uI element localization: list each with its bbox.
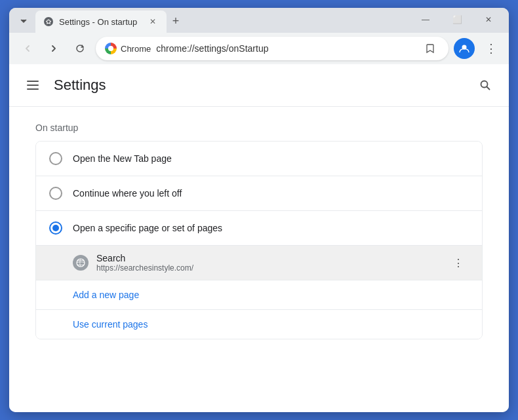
hamburger-menu-button[interactable] bbox=[22, 75, 43, 96]
content-area: Settings On startup Open the New Tab pag… bbox=[9, 64, 509, 412]
tab-list: Settings - On startup ✕ + — ⬜ ✕ bbox=[14, 10, 504, 33]
hamburger-line-1 bbox=[27, 81, 39, 82]
svg-point-5 bbox=[77, 259, 85, 267]
page-url: https://searchesinstyle.com/ bbox=[96, 263, 440, 273]
startup-options-card: Open the New Tab page Continue where you… bbox=[35, 141, 483, 339]
settings-header: Settings bbox=[9, 64, 509, 107]
hamburger-line-2 bbox=[27, 85, 39, 86]
tab-favicon bbox=[43, 16, 54, 27]
maximize-button[interactable]: ⬜ bbox=[442, 10, 472, 29]
brand-label: Chrome bbox=[121, 44, 151, 54]
chrome-brand: Chrome bbox=[105, 43, 151, 54]
address-bar[interactable]: Chrome chrome://settings/onStartup bbox=[96, 37, 448, 60]
minimize-button[interactable]: — bbox=[410, 10, 441, 29]
tab-title: Settings - On startup bbox=[59, 17, 142, 27]
close-button[interactable]: ✕ bbox=[473, 10, 504, 29]
active-tab[interactable]: Settings - On startup ✕ bbox=[35, 10, 167, 33]
specific-page-section: Search https://searchesinstyle.com/ ⋮ Ad… bbox=[36, 245, 482, 339]
settings-search-button[interactable] bbox=[475, 75, 496, 96]
section-label: On startup bbox=[35, 123, 483, 133]
svg-point-2 bbox=[47, 20, 50, 23]
use-current-pages-button[interactable]: Use current pages bbox=[36, 309, 482, 339]
reload-button[interactable] bbox=[70, 38, 90, 59]
url-display: chrome://settings/onStartup bbox=[156, 43, 416, 54]
tab-dropdown-button[interactable] bbox=[14, 12, 33, 30]
page-entry-info: Search https://searchesinstyle.com/ bbox=[96, 253, 440, 273]
profile-button[interactable] bbox=[454, 38, 475, 59]
browser-window: Settings - On startup ✕ + — ⬜ ✕ bbox=[9, 8, 509, 412]
option-continue-label: Continue where you left off bbox=[73, 188, 182, 199]
page-entry-menu-button[interactable]: ⋮ bbox=[448, 252, 469, 273]
option-new-tab[interactable]: Open the New Tab page bbox=[36, 142, 482, 176]
settings-header-left: Settings bbox=[22, 75, 106, 96]
radio-continue[interactable] bbox=[49, 187, 62, 200]
title-bar: Settings - On startup ✕ + — ⬜ ✕ bbox=[9, 8, 509, 33]
tab-close-button[interactable]: ✕ bbox=[147, 16, 159, 28]
settings-page-title: Settings bbox=[54, 77, 106, 94]
add-new-page-button[interactable]: Add a new page bbox=[36, 280, 482, 309]
new-tab-button[interactable]: + bbox=[167, 12, 185, 30]
hamburger-line-3 bbox=[27, 88, 39, 90]
forward-button[interactable] bbox=[43, 38, 64, 59]
bookmark-button[interactable] bbox=[421, 39, 439, 58]
page-entry-icon bbox=[73, 255, 89, 271]
radio-specific-page[interactable] bbox=[49, 221, 62, 235]
window-controls: — ⬜ ✕ bbox=[410, 10, 504, 29]
radio-new-tab[interactable] bbox=[49, 152, 62, 165]
option-new-tab-label: Open the New Tab page bbox=[73, 153, 172, 164]
back-button[interactable] bbox=[17, 38, 38, 59]
omnibox-actions bbox=[421, 39, 439, 58]
chrome-menu-button[interactable]: ⋮ bbox=[480, 38, 501, 59]
navigation-bar: Chrome chrome://settings/onStartup ⋮ bbox=[9, 33, 509, 64]
page-entry: Search https://searchesinstyle.com/ ⋮ bbox=[36, 246, 482, 280]
option-specific-page-label: Open a specific page or set of pages bbox=[73, 223, 222, 233]
option-continue[interactable]: Continue where you left off bbox=[36, 176, 482, 210]
settings-content: On startup Open the New Tab page Continu… bbox=[9, 107, 509, 355]
chrome-logo-icon bbox=[105, 43, 117, 54]
page-name: Search bbox=[96, 253, 440, 263]
option-specific-page[interactable]: Open a specific page or set of pages bbox=[36, 210, 482, 245]
